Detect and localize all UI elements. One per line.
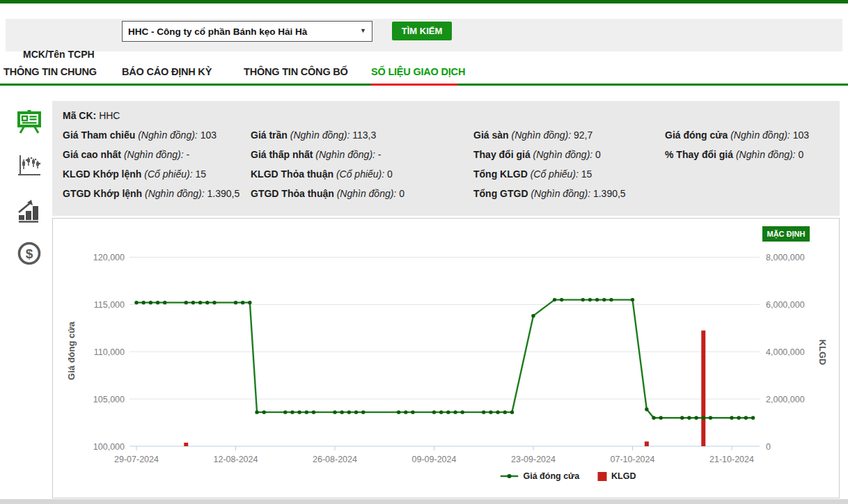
svg-text:105,000: 105,000	[93, 395, 125, 404]
info-field: Giá sàn (Nghìn đồng): 92,7	[473, 129, 592, 141]
search-button[interactable]: TÌM KIẾM	[392, 22, 452, 40]
sidebar-item-candlestick[interactable]	[17, 154, 42, 179]
info-field: % Thay đổi giá (Nghìn đồng): 0	[665, 149, 803, 160]
svg-text:21-10-2024: 21-10-2024	[709, 455, 754, 464]
svg-text:09-09-2024: 09-09-2024	[412, 455, 457, 464]
bottom-gray-strip	[0, 499, 848, 504]
info-field: Tổng KLGD (Cổ phiếu): 15	[473, 168, 592, 180]
svg-text:26-08-2024: 26-08-2024	[313, 455, 357, 464]
candlestick-chart-icon	[17, 154, 42, 179]
svg-text:29-07-2024: 29-07-2024	[114, 455, 159, 464]
info-field: GTGD Khớp lệnh (Nghìn đồng): 1.390,5	[63, 188, 240, 199]
legend-label: Giá đóng cửa	[523, 471, 579, 481]
info-field: Thay đổi giá (Nghìn đồng): 0	[473, 149, 601, 160]
info-field: Giá đóng cửa (Nghìn đồng): 103	[665, 129, 809, 141]
company-select-wrap: HHC - Công ty cổ phần Bánh kẹo Hải Hà ▼	[122, 21, 372, 42]
sidebar-item-volume-chart[interactable]	[17, 198, 42, 223]
active-tab-underline	[371, 84, 457, 86]
svg-text:4,000,000: 4,000,000	[766, 347, 805, 357]
svg-text:6,000,000: 6,000,000	[766, 300, 805, 310]
svg-text:2,000,000: 2,000,000	[766, 395, 805, 404]
chart-legend: Giá đóng cửaKLGD	[500, 471, 636, 481]
line-series-marker-icon	[500, 473, 518, 480]
svg-text:KLGD: KLGD	[817, 340, 828, 365]
info-field: Giá Tham chiếu (Nghìn đồng): 103	[63, 129, 217, 141]
svg-text:100,000: 100,000	[93, 442, 125, 452]
info-field: KLGD Khớp lệnh (Cổ phiếu): 15	[63, 168, 206, 180]
legend-item-gia-dong-cua[interactable]: Giá đóng cửa	[500, 471, 579, 481]
svg-text:115,000: 115,000	[94, 300, 125, 310]
ticker-search-label: MCK/Tên TCPH	[23, 49, 95, 60]
info-field: GTGD Thỏa thuận (Nghìn đồng): 0	[251, 188, 405, 199]
svg-text:23-09-2024: 23-09-2024	[511, 455, 556, 464]
info-field: Mã CK: HHC	[63, 110, 120, 121]
svg-text:0: 0	[766, 442, 771, 452]
sidebar-item-overview[interactable]	[17, 109, 42, 134]
bar-series-marker-icon	[597, 472, 606, 481]
price-volume-chart: 100,0000105,0002,000,000110,0004,000,000…	[53, 219, 840, 499]
info-field: KLGD Thỏa thuận (Cổ phiếu): 0	[251, 168, 393, 180]
tab-bao-cao-dinh-ky[interactable]: BÁO CÁO ĐỊNH KỲ	[122, 66, 212, 77]
tab-thong-tin-cong-bo[interactable]: THÔNG TIN CÔNG BỐ	[244, 66, 348, 77]
svg-text:120,000: 120,000	[93, 253, 125, 262]
page-top-green-border	[0, 0, 848, 3]
svg-text:110,000: 110,000	[94, 347, 125, 357]
svg-text:12-08-2024: 12-08-2024	[214, 455, 258, 464]
tab-so-lieu-giao-dich[interactable]: SỐ LIỆU GIAO DỊCH	[371, 66, 465, 77]
stock-exchange-page: { "colors": { "accent_green": "#169016",…	[0, 0, 848, 504]
sidebar-item-price[interactable]: $	[17, 241, 42, 266]
company-select[interactable]: HHC - Công ty cổ phần Bánh kẹo Hải Hà	[122, 21, 372, 42]
info-field: Giá thấp nhất (Nghìn đồng): -	[251, 149, 382, 160]
legend-item-klgd[interactable]: KLGD	[597, 471, 636, 481]
stock-info-panel: Mã CK: HHCGiá Tham chiếu (Nghìn đồng): 1…	[52, 101, 840, 216]
info-field: Giá trần (Nghìn đồng): 113,3	[251, 129, 376, 141]
svg-text:07-10-2024: 07-10-2024	[611, 455, 655, 464]
svg-text:$: $	[26, 246, 33, 261]
tab-bar: THÔNG TIN CHUNG BÁO CÁO ĐỊNH KỲ THÔNG TI…	[0, 61, 848, 86]
chart-panel: MẶC ĐỊNH 100,0000105,0002,000,000110,000…	[52, 218, 840, 498]
money-icon: $	[17, 241, 42, 266]
legend-label: KLGD	[611, 471, 636, 481]
presentation-chart-icon	[17, 109, 42, 134]
info-field: Giá cao nhất (Nghìn đồng): -	[63, 149, 189, 160]
bar-chart-icon	[17, 198, 42, 223]
tab-thong-tin-chung[interactable]: THÔNG TIN CHUNG	[3, 66, 97, 77]
svg-text:8,000,000: 8,000,000	[766, 253, 805, 262]
svg-text:Giá đóng cửa: Giá đóng cửa	[66, 321, 77, 380]
info-field: Tổng GTGD (Nghìn đồng): 1.390,5	[473, 188, 626, 199]
